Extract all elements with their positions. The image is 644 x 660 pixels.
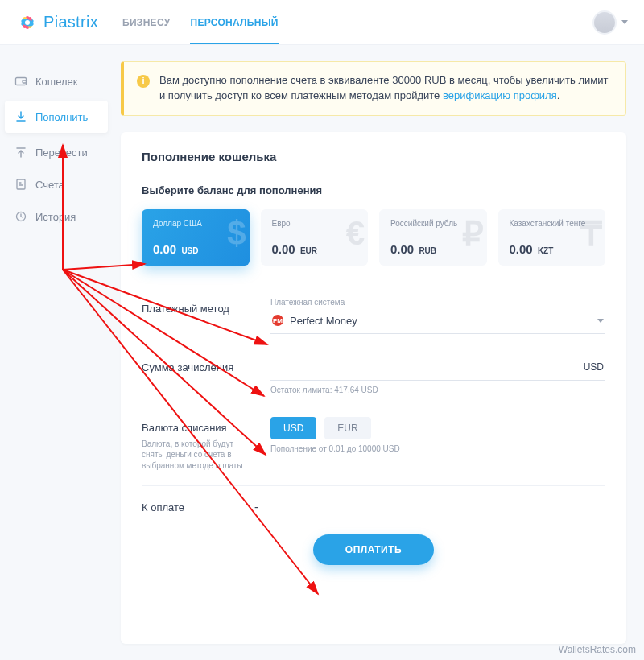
balance-name: Евро	[272, 219, 357, 228]
download-icon	[14, 110, 27, 123]
row-debit-currency: Валюта списания Валюта, в которой будут …	[142, 417, 605, 472]
debit-currency-hint: Валюта, в которой будут сняты деньги со …	[142, 439, 254, 472]
sidebar-item-label: Счета	[35, 179, 64, 191]
balance-name: Доллар США	[153, 219, 238, 228]
content: i Вам доступно пополнение счета в эквива…	[113, 45, 644, 660]
currency-glyph: ₸	[580, 214, 602, 254]
pay-button[interactable]: ОПЛАТИТЬ	[313, 534, 434, 565]
currency-glyph: $	[227, 214, 246, 253]
currency-glyph: €	[346, 214, 365, 253]
verification-link[interactable]: верификацию профиля	[443, 89, 557, 101]
chip-usd[interactable]: USD	[270, 417, 316, 439]
svg-point-5	[25, 20, 30, 25]
page-title: Пополнение кошелька	[142, 150, 605, 163]
row-payment-method: Платежный метод Платежная система PM Per…	[142, 298, 605, 334]
sidebar-item-label: Кошелек	[35, 76, 78, 88]
logo: Piastrix	[16, 11, 98, 34]
total-value: -	[254, 501, 258, 514]
limit-notice: i Вам доступно пополнение счета в эквива…	[121, 61, 626, 116]
account-menu[interactable]	[592, 10, 628, 35]
history-icon	[14, 210, 27, 223]
method-field-label: Платежная система	[270, 298, 605, 307]
amount-input[interactable]	[272, 361, 584, 373]
chip-eur[interactable]: EUR	[324, 417, 370, 439]
sidebar-item-history[interactable]: История	[0, 200, 113, 233]
svg-rect-6	[16, 78, 27, 85]
method-label: Платежный метод	[142, 298, 254, 315]
header: Piastrix БИЗНЕСУ ПЕРСОНАЛЬНЫЙ	[0, 0, 644, 45]
sidebar-item-label: Перевести	[35, 146, 88, 159]
perfect-money-icon: PM	[272, 315, 283, 326]
row-amount: Сумма зачисления USD Остаток лимита: 417…	[142, 357, 605, 394]
amount-input-wrap: USD	[270, 357, 605, 381]
chevron-down-icon	[597, 319, 604, 323]
sidebar-item-label: История	[35, 211, 76, 223]
row-total: К оплате -	[142, 501, 605, 514]
balance-selector: $ Доллар США 0.00 USD € Евро 0.00 EUR ₽ …	[142, 209, 605, 266]
balances-label: Выберите баланс для пополнения	[142, 184, 605, 196]
balance-eur[interactable]: € Евро 0.00 EUR	[261, 209, 369, 266]
debit-currency-label: Валюта списания	[142, 422, 227, 434]
debit-currency-chips: USD EUR	[270, 417, 605, 439]
header-tabs: БИЗНЕСУ ПЕРСОНАЛЬНЫЙ	[122, 1, 279, 44]
logo-flower-icon	[16, 11, 39, 34]
sidebar-item-label: Пополнить	[35, 111, 88, 123]
info-icon: i	[137, 75, 150, 88]
currency-glyph: ₽	[462, 214, 484, 254]
avatar	[592, 10, 617, 35]
payment-method-select[interactable]: PM Perfect Money	[270, 310, 605, 334]
logo-text: Piastrix	[43, 13, 98, 31]
watermark: WalletsRates.com	[559, 644, 636, 655]
tab-business[interactable]: БИЗНЕСУ	[122, 1, 171, 44]
amount-suffix: USD	[584, 361, 604, 373]
amount-label: Сумма зачисления	[142, 357, 254, 373]
balance-usd[interactable]: $ Доллар США 0.00 USD	[142, 209, 250, 266]
chevron-down-icon	[621, 20, 628, 24]
wallet-icon	[14, 75, 27, 88]
svg-rect-7	[23, 80, 27, 83]
sidebar: Кошелек Пополнить Перевести Счета Истори…	[0, 45, 113, 660]
payment-method-value: Perfect Money	[290, 315, 357, 327]
divider	[142, 485, 605, 486]
amount-limit: Остаток лимита: 417.64 USD	[270, 386, 605, 394]
sidebar-item-transfer[interactable]: Перевести	[0, 136, 113, 168]
sidebar-item-wallet[interactable]: Кошелек	[0, 65, 113, 97]
topup-card: Пополнение кошелька Выберите баланс для …	[121, 132, 626, 644]
balance-rub[interactable]: ₽ Российский рубль 0.00 RUB	[379, 209, 487, 266]
upload-icon	[14, 146, 27, 159]
debit-currency-range: Пополнение от 0.01 до 10000 USD	[270, 444, 605, 453]
svg-rect-8	[17, 179, 25, 189]
sidebar-item-invoices[interactable]: Счета	[0, 168, 113, 200]
sidebar-item-topup[interactable]: Пополнить	[5, 101, 108, 133]
invoice-icon	[14, 178, 27, 191]
tab-personal[interactable]: ПЕРСОНАЛЬНЫЙ	[190, 1, 278, 44]
total-label: К оплате	[142, 501, 254, 514]
balance-kzt[interactable]: ₸ Казахстанский тенге 0.00 KZT	[498, 209, 606, 266]
